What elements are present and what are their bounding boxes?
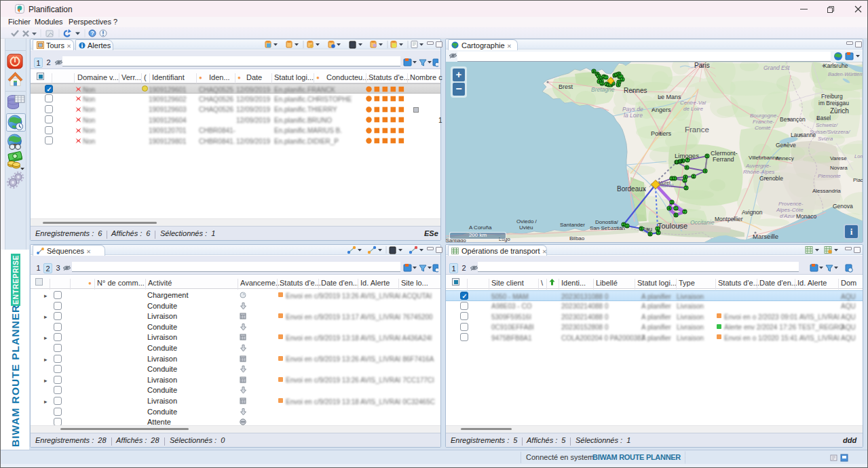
svg-text:Genova: Genova xyxy=(833,203,853,210)
svg-text:7: 7 xyxy=(684,210,686,214)
svg-text:Varese: Varese xyxy=(830,155,847,161)
svg-text:1: 1 xyxy=(675,206,677,210)
svg-text:Piac: Piac xyxy=(853,177,863,183)
svg-text:Montpellier: Montpellier xyxy=(715,216,743,222)
svg-text:Zürich: Zürich xyxy=(830,107,849,115)
svg-text:Novara: Novara xyxy=(830,165,848,171)
svg-text:Annecy: Annecy xyxy=(776,155,794,161)
svg-text:Bordeaux: Bordeaux xyxy=(617,185,646,193)
svg-text:1: 1 xyxy=(684,178,686,182)
svg-text:2: 2 xyxy=(674,176,676,180)
svg-text:Alessandria: Alessandria xyxy=(812,188,841,194)
svg-text:Franche-: Franche- xyxy=(753,119,774,125)
svg-text:Avignon: Avignon xyxy=(742,209,763,216)
svg-text:Poitiers: Poitiers xyxy=(651,130,672,137)
svg-text:Alpes-Côte: Alpes-Côte xyxy=(776,207,804,213)
svg-text:Centre-Val: Centre-Val xyxy=(680,100,706,106)
svg-text:4: 4 xyxy=(618,83,620,87)
svg-text:Auvergne-: Auvergne- xyxy=(745,163,771,169)
svg-text:Donostia/: Donostia/ xyxy=(595,219,619,225)
svg-text:7: 7 xyxy=(658,231,660,235)
svg-text:Marseille: Marseille xyxy=(753,233,778,240)
svg-text:Uviéu: Uviéu xyxy=(519,225,533,231)
svg-text:9: 9 xyxy=(593,69,595,73)
svg-text:1: 1 xyxy=(626,224,628,228)
svg-text:Baden-Württemb: Baden-Württemb xyxy=(828,71,863,77)
svg-text:la Loire: la Loire xyxy=(624,112,643,119)
svg-text:Schweiz/: Schweiz/ xyxy=(816,122,838,128)
svg-text:Occitanie: Occitanie xyxy=(690,219,715,226)
svg-text:Paris: Paris xyxy=(694,62,710,69)
svg-text:Brest: Brest xyxy=(559,83,573,90)
svg-text:Comté: Comté xyxy=(755,125,771,131)
svg-text:Besançon: Besançon xyxy=(780,116,806,123)
svg-text:Santander: Santander xyxy=(560,222,585,228)
svg-text:5: 5 xyxy=(706,154,709,158)
svg-text:Grand Est: Grand Est xyxy=(763,64,790,71)
svg-text:im Breisgau: im Breisgau xyxy=(818,100,849,106)
svg-text:5: 5 xyxy=(641,227,643,231)
svg-text:6: 6 xyxy=(686,165,688,170)
svg-text:2: 2 xyxy=(685,186,687,190)
svg-text:3: 3 xyxy=(693,174,695,178)
svg-text:Monaco: Monaco xyxy=(796,213,817,220)
svg-text:3: 3 xyxy=(601,81,603,85)
svg-text:Toulouse: Toulouse xyxy=(658,222,687,230)
svg-text:Oviedo /: Oviedo / xyxy=(516,218,537,225)
svg-text:Provence-: Provence- xyxy=(778,201,804,207)
svg-text:Lomb: Lomb xyxy=(854,153,863,159)
svg-text:Grenoble: Grenoble xyxy=(759,175,783,182)
svg-text:Karlsruhe: Karlsruhe xyxy=(823,62,848,69)
svg-text:11: 11 xyxy=(675,160,679,164)
svg-text:7: 7 xyxy=(687,158,689,162)
svg-text:Suisse/Svizzera/: Suisse/Svizzera/ xyxy=(810,129,850,135)
svg-text:A Coruña: A Coruña xyxy=(469,225,492,231)
svg-text:?: ? xyxy=(90,30,94,37)
svg-text:Le Mans: Le Mans xyxy=(658,94,681,100)
svg-text:Genève: Genève xyxy=(776,142,796,149)
svg-text:1: 1 xyxy=(605,75,607,79)
svg-text:San Sebastián: San Sebastián xyxy=(590,225,625,231)
svg-text:d'Azur: d'Azur xyxy=(780,213,795,219)
svg-text:Svizra: Svizra xyxy=(818,136,833,142)
svg-text:6: 6 xyxy=(675,213,677,217)
svg-text:1: 1 xyxy=(657,227,659,231)
svg-text:4: 4 xyxy=(668,206,671,210)
svg-text:Piemonte: Piemonte xyxy=(818,173,841,179)
svg-text:Basel: Basel xyxy=(816,115,831,121)
svg-text:Angers: Angers xyxy=(652,106,671,113)
svg-text:6: 6 xyxy=(649,232,652,236)
svg-text:3: 3 xyxy=(671,200,673,204)
svg-text:4: 4 xyxy=(704,169,706,173)
svg-text:Ferrand: Ferrand xyxy=(713,156,734,163)
svg-text:de Loire: de Loire xyxy=(683,106,703,112)
svg-text:2: 2 xyxy=(622,77,624,81)
svg-text:Bourgogne-: Bourgogne- xyxy=(750,113,778,119)
svg-text:Rhône-Alpes: Rhône-Alpes xyxy=(743,169,774,175)
svg-text:France: France xyxy=(685,125,709,134)
svg-text:Bilbao: Bilbao xyxy=(569,235,585,241)
svg-text:Freiburg: Freiburg xyxy=(821,93,843,100)
svg-text:2: 2 xyxy=(623,222,625,227)
svg-text:Rennes: Rennes xyxy=(624,87,647,94)
svg-text:Villeurbanne: Villeurbanne xyxy=(749,155,779,161)
